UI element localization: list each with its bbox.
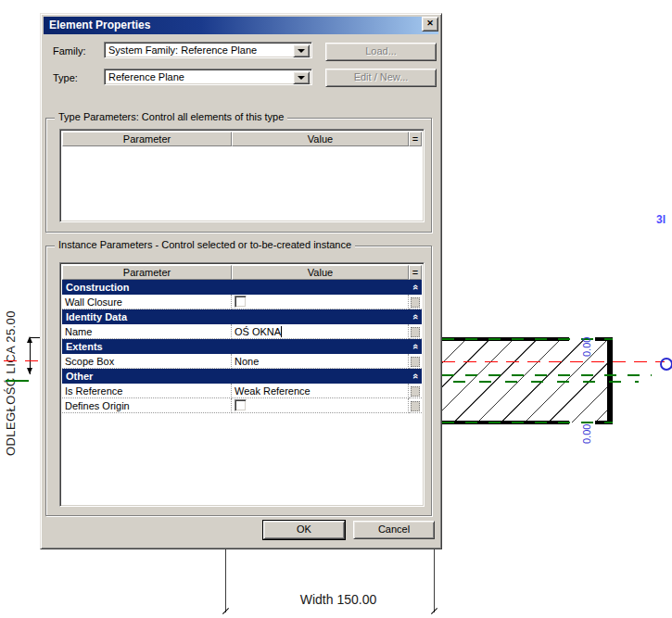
type-parameters-legend: Type Parameters: Control all elements of… xyxy=(55,111,287,122)
reference-bubble-icon[interactable] xyxy=(660,358,672,371)
witness-line-right xyxy=(434,549,435,612)
collapse-icon[interactable]: « xyxy=(409,371,422,382)
width-dimension-label: Width 150.00 xyxy=(278,592,399,607)
offset-dimension-top[interactable]: 0.00 xyxy=(581,337,592,357)
param-name: Defines Origin xyxy=(62,398,232,413)
wall-closure-checkbox[interactable] xyxy=(235,296,247,308)
section-header-construction[interactable]: Construction « xyxy=(62,280,422,295)
column-header-parameter: Parameter xyxy=(62,265,232,280)
family-dropdown-button[interactable] xyxy=(293,44,310,57)
cancel-button[interactable]: Cancel xyxy=(353,521,435,539)
dimension-arrow-icon xyxy=(27,336,32,343)
offset-dimension-bottom[interactable]: 0.00 xyxy=(581,424,592,444)
ok-button[interactable]: OK xyxy=(263,521,345,539)
dimension-tick xyxy=(222,608,229,614)
instance-parameters-legend: Instance Parameters - Control selected o… xyxy=(55,239,355,250)
type-label: Type: xyxy=(53,72,78,83)
param-value xyxy=(232,295,409,309)
reference-plane-left[interactable] xyxy=(6,380,29,382)
collapse-icon[interactable]: « xyxy=(409,311,422,322)
column-header-value: Value xyxy=(232,132,409,146)
type-dropdown-button[interactable] xyxy=(293,71,310,84)
section-header-extents[interactable]: Extents « xyxy=(62,339,422,354)
element-properties-dialog: Element Properties ✕ Family: System Fami… xyxy=(40,13,442,549)
collapse-icon[interactable]: « xyxy=(409,282,422,293)
reference-plane-green-1[interactable] xyxy=(442,374,652,376)
associate-param-cell[interactable] xyxy=(409,398,422,413)
type-value: Reference Plane xyxy=(108,71,293,83)
table-row-is-reference: Is Reference Weak Reference xyxy=(62,384,422,398)
column-header-equals: = xyxy=(409,265,422,280)
text-caret xyxy=(281,326,282,337)
type-parameters-table: Parameter Value = xyxy=(59,129,425,222)
param-name: Is Reference xyxy=(62,384,232,398)
param-name: Name xyxy=(62,324,232,339)
defines-origin-checkbox[interactable] xyxy=(235,399,247,411)
selected-reference-plane[interactable] xyxy=(442,361,665,362)
table-row-defines-origin: Defines Origin xyxy=(62,398,422,413)
edit-new-button: Edit / New... xyxy=(325,69,437,87)
name-edit-field[interactable]: OŚ OKNA xyxy=(232,324,409,339)
family-value: System Family: Reference Plane xyxy=(108,44,293,57)
instance-parameters-table: Parameter Value = Construction « Wall Cl… xyxy=(59,262,425,507)
table-row-name: Name OŚ OKNA xyxy=(62,324,422,339)
instance-parameters-group: Instance Parameters - Control selected o… xyxy=(45,246,432,516)
revit-canvas: { "icons": { "close": "✕", "collapse": "… xyxy=(0,0,672,618)
associate-param-cell[interactable] xyxy=(409,354,422,369)
collapse-icon[interactable]: « xyxy=(409,341,422,352)
associate-param-cell[interactable] xyxy=(409,295,422,309)
type-parameters-group: Type Parameters: Control all elements of… xyxy=(45,118,432,233)
column-header-parameter: Parameter xyxy=(62,132,232,146)
dialog-titlebar[interactable]: Element Properties xyxy=(44,17,438,34)
table-row-scope-box: Scope Box None xyxy=(62,354,422,369)
reference-plane-green-2[interactable] xyxy=(453,381,639,383)
dimension-arrow-icon xyxy=(27,368,32,374)
left-dimension-label: ODLEGŁOŚĆ LICA 25.00 xyxy=(4,310,18,456)
param-name: Wall Closure xyxy=(62,295,232,309)
corner-annotation: 3I xyxy=(656,213,666,226)
close-icon[interactable]: ✕ xyxy=(422,17,438,32)
load-button: Load... xyxy=(325,43,437,61)
family-combobox[interactable]: System Family: Reference Plane xyxy=(104,42,312,58)
section-header-other[interactable]: Other « xyxy=(62,369,422,384)
dialog-title: Element Properties xyxy=(49,19,150,32)
param-value xyxy=(232,398,409,413)
param-name: Scope Box xyxy=(62,354,232,369)
scope-box-value[interactable]: None xyxy=(232,354,409,369)
witness-line-left xyxy=(225,549,226,612)
family-label: Family: xyxy=(53,45,85,57)
is-reference-value[interactable]: Weak Reference xyxy=(232,384,409,398)
associate-param-cell[interactable] xyxy=(409,384,422,398)
associate-param-cell[interactable] xyxy=(409,324,422,339)
chevron-down-icon xyxy=(298,49,305,53)
dimension-tick xyxy=(431,608,437,614)
chevron-down-icon xyxy=(298,76,305,80)
section-header-identity-data[interactable]: Identity Data « xyxy=(62,309,422,324)
column-header-equals: = xyxy=(409,132,422,146)
type-combobox[interactable]: Reference Plane xyxy=(104,69,312,85)
column-header-value: Value xyxy=(232,265,409,280)
table-row-wall-closure: Wall Closure xyxy=(62,295,422,309)
